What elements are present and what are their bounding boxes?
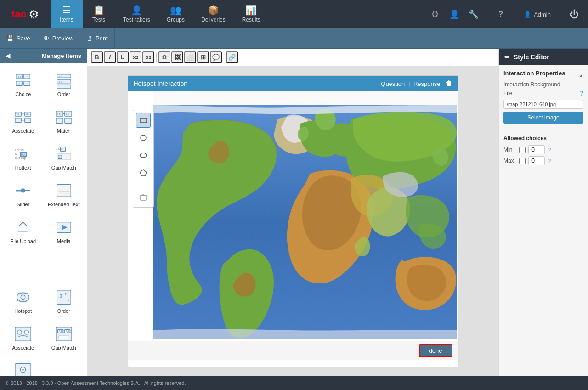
editor-area: B I U X2 X2 Ω 🖼 ⬜ ⊞ 💬 🔗 Hotspot Interact… bbox=[87, 49, 498, 376]
nav-label-deliveries: Deliveries bbox=[201, 17, 226, 23]
settings-button[interactable]: ⚙ bbox=[427, 6, 443, 22]
bold-button[interactable]: B bbox=[91, 51, 103, 63]
graphic-selectpoint[interactable]: Select Point bbox=[5, 358, 42, 376]
graphic-items-grid: Hotspot 3 2 1 Order bbox=[0, 280, 87, 376]
rectangle-tool[interactable] bbox=[136, 113, 151, 128]
logo[interactable]: tao ⚙ bbox=[0, 0, 51, 28]
nav-item-test-takers[interactable]: 👤 Test-takers bbox=[115, 0, 158, 28]
svg-rect-3 bbox=[24, 81, 30, 86]
graphic-hotspot[interactable]: Hotspot bbox=[5, 284, 42, 317]
item-fileupload[interactable]: File Upload bbox=[5, 215, 42, 248]
item-choice[interactable]: 1A 2B Choice bbox=[5, 68, 42, 101]
table-button[interactable]: ⊞ bbox=[197, 51, 209, 63]
link-button[interactable]: 🔗 bbox=[226, 51, 238, 63]
nav-item-items[interactable]: ☰ Items bbox=[51, 0, 83, 28]
item-extendedtext[interactable]: I Extended Text bbox=[45, 178, 83, 211]
delete-interaction-icon[interactable]: 🗑 bbox=[445, 79, 452, 88]
omega-button[interactable]: Ω bbox=[158, 51, 170, 63]
file-path-field: /map-221210_640.jpg bbox=[503, 100, 583, 109]
associate-icon: 1A 2B bbox=[14, 108, 32, 126]
users-button[interactable]: 👤 bbox=[447, 6, 462, 22]
superscript-button[interactable]: X2 bbox=[142, 51, 154, 63]
interaction-header: Hotspot Interaction Question | Response … bbox=[128, 76, 458, 91]
speech-button[interactable]: 💬 bbox=[210, 51, 222, 63]
nav-divider-2 bbox=[514, 7, 514, 21]
interaction-props-collapse[interactable]: Interaction Properties ▲ bbox=[503, 70, 583, 81]
item-order[interactable]: a b a b Order bbox=[45, 68, 83, 101]
admin-button[interactable]: 👤 Admin bbox=[520, 9, 554, 20]
allowed-choices-section: Allowed choices Min ? Max ? bbox=[503, 135, 583, 165]
preview-icon: 👁 bbox=[44, 35, 50, 42]
svg-point-67 bbox=[140, 153, 147, 158]
underline-button[interactable]: U bbox=[117, 51, 129, 63]
svg-text:1A: 1A bbox=[18, 75, 22, 79]
slider-icon bbox=[14, 181, 32, 200]
item-slider[interactable]: Slider bbox=[5, 178, 42, 211]
nav-item-tests[interactable]: 📋 Tests bbox=[83, 0, 115, 28]
graphic-hotspot-label: Hotspot bbox=[14, 308, 32, 314]
nav-item-groups[interactable]: 👥 Groups bbox=[158, 0, 193, 28]
fileupload-icon bbox=[14, 218, 32, 237]
style-editor-header: ✏ Style Editor bbox=[499, 49, 588, 65]
file-help-icon[interactable]: ? bbox=[580, 90, 583, 97]
max-help-icon[interactable]: ? bbox=[548, 158, 551, 164]
item-media[interactable]: Media bbox=[45, 215, 83, 248]
prompt-area[interactable] bbox=[153, 91, 458, 105]
min-help-icon[interactable]: ? bbox=[548, 147, 551, 153]
circle-tool[interactable] bbox=[136, 130, 151, 145]
world-map[interactable] bbox=[153, 105, 457, 339]
help-button[interactable]: ? bbox=[493, 6, 509, 22]
preview-label: Preview bbox=[52, 35, 74, 42]
gallery-button[interactable]: ⬜ bbox=[184, 51, 196, 63]
svg-rect-8 bbox=[57, 85, 71, 89]
subscript-button[interactable]: X2 bbox=[130, 51, 141, 63]
svg-rect-53 bbox=[15, 327, 31, 341]
logout-button[interactable]: ⏻ bbox=[566, 7, 582, 22]
response-link[interactable]: Response bbox=[413, 80, 441, 87]
graphic-order[interactable]: 3 2 1 Order bbox=[45, 284, 83, 317]
tools-button[interactable]: 🔧 bbox=[466, 6, 481, 22]
svg-text:2: 2 bbox=[65, 292, 67, 296]
graphic-associate[interactable]: Associate bbox=[5, 321, 42, 354]
content-area: Hotspot Interaction Question | Response … bbox=[87, 66, 498, 376]
item-match[interactable]: a b 1 2 Match bbox=[45, 104, 83, 137]
print-button[interactable]: 🖨 Print bbox=[80, 28, 115, 48]
item-associate[interactable]: 1A 2B Associate bbox=[5, 104, 42, 137]
print-label: Print bbox=[96, 35, 108, 42]
nav-item-results[interactable]: 📊 Results bbox=[234, 0, 269, 28]
max-input[interactable] bbox=[528, 156, 545, 165]
items-icon: ☰ bbox=[62, 5, 71, 16]
groups-icon: 👥 bbox=[170, 5, 181, 16]
graphic-gapmatch[interactable]: ABC ABC Gap Match bbox=[45, 321, 83, 354]
admin-icon: 👤 bbox=[524, 11, 531, 18]
svg-text:2B: 2B bbox=[26, 113, 29, 116]
logo-icon: ⚙ bbox=[28, 7, 39, 22]
italic-button[interactable]: I bbox=[104, 51, 116, 63]
item-hottext[interactable]: Lorem re. Hot text cap Hottext bbox=[5, 141, 42, 174]
ellipse-tool[interactable] bbox=[136, 148, 151, 163]
nav-item-deliveries[interactable]: 📦 Deliveries bbox=[193, 0, 234, 28]
delete-shape-button[interactable] bbox=[136, 190, 151, 204]
inline-section-header[interactable]: Inline Interactions ▼ bbox=[0, 252, 87, 266]
svg-text:a b: a b bbox=[56, 148, 60, 151]
allowed-choices-title: Allowed choices bbox=[503, 135, 583, 141]
format-toolbar: B I U X2 X2 Ω 🖼 ⬜ ⊞ 💬 🔗 bbox=[87, 49, 498, 66]
manage-items-header[interactable]: ◀ Manage Items bbox=[0, 49, 87, 63]
preview-button[interactable]: 👁 Preview bbox=[37, 28, 80, 48]
graphic-section-header[interactable]: Graphic Interactions ▲ bbox=[0, 266, 87, 280]
max-checkbox[interactable] bbox=[519, 158, 526, 164]
done-button[interactable]: done bbox=[419, 344, 452, 357]
save-button[interactable]: 💾 Save bbox=[0, 28, 37, 48]
graphic-order-icon: 3 2 1 bbox=[55, 288, 73, 306]
graphic-associate-label: Associate bbox=[12, 345, 34, 350]
map-container bbox=[153, 105, 458, 341]
image-button[interactable]: 🖼 bbox=[171, 51, 183, 63]
question-link[interactable]: Question bbox=[381, 80, 405, 87]
svg-text:a b: a b bbox=[58, 75, 62, 78]
min-checkbox[interactable] bbox=[519, 147, 526, 153]
select-image-button[interactable]: Select image bbox=[503, 112, 583, 124]
order-label-top: Order bbox=[57, 91, 70, 97]
item-gapmatch[interactable]: a b c a Gap Match bbox=[45, 141, 83, 174]
polygon-tool[interactable] bbox=[136, 165, 151, 180]
min-input[interactable] bbox=[528, 145, 545, 154]
